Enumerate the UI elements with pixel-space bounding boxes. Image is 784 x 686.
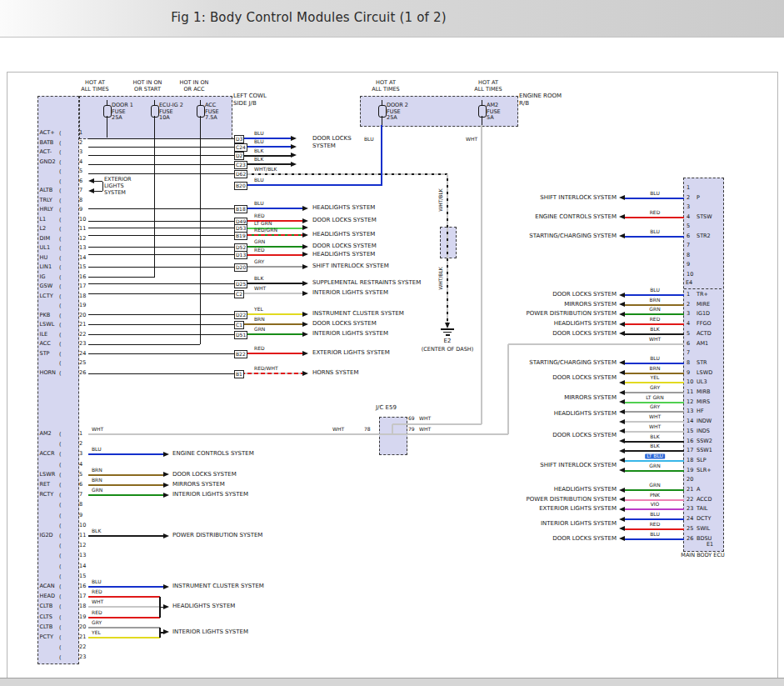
wire [234, 323, 302, 325]
wire-color-label: GRN [254, 239, 265, 245]
pin-number: 10 [687, 272, 693, 278]
pin-number: 79 [408, 427, 415, 433]
pin-number: 11 [79, 226, 86, 232]
wire-color-label: GRN [649, 308, 660, 313]
pin-name: MIRB [697, 389, 711, 395]
pin-number: 13 [79, 553, 86, 559]
left-ecu-box [37, 96, 79, 664]
pin-name: INDS [697, 428, 710, 434]
ecu-section-divider [684, 288, 722, 289]
wire [625, 402, 684, 403]
fuse-lead [200, 116, 201, 138]
connector-pin-id: D22 [234, 311, 247, 319]
pin-label: DIM [40, 236, 51, 242]
pin-bracket [59, 217, 62, 223]
ecu-name: MAIN BODY ECU [681, 553, 724, 558]
pin-number: 26 [79, 370, 86, 376]
system-label: DOOR LOCKS SYSTEM [312, 218, 377, 224]
pin-bracket [59, 603, 62, 610]
system-label: INTERIOR LIGHTS SYSTEM [312, 331, 388, 338]
pin-label: CLTB [40, 604, 53, 610]
pin-bracket [59, 351, 62, 358]
system-label: SUPPLEMENTAL RESTRAINTS SYSTEM [312, 280, 421, 287]
mesh-line [88, 324, 234, 325]
pin-label: IG [40, 274, 46, 280]
mesh-line [88, 138, 234, 139]
pin-number: 17 [687, 448, 693, 454]
mesh-line [88, 283, 234, 284]
pin-number: 7 [687, 351, 690, 357]
fuse-feed-line [88, 277, 154, 278]
system-label: STARTING/CHARGING SYSTEM [529, 360, 617, 367]
pin-number: 8 [687, 360, 690, 366]
wire [88, 627, 160, 628]
fuse-lead [107, 116, 107, 138]
system-label: HORNS SYSTEM [312, 370, 358, 377]
mesh-line [88, 373, 234, 374]
pin-bracket [59, 226, 62, 233]
wire [625, 528, 684, 530]
pin-number: 18 [79, 604, 86, 610]
wire-color-label: BLK [254, 148, 263, 154]
wire-color-label: RED [92, 610, 102, 616]
system-label: DOOR LOCKS SYSTEM [552, 375, 617, 382]
pin-bracket [59, 255, 62, 262]
wire-color-label: LT GRN [254, 221, 272, 227]
fuse-label: 7.5A [205, 115, 217, 121]
wire-color-label: BLU [364, 137, 374, 143]
wire-color-label: WHT [649, 415, 661, 421]
arrow-right [302, 206, 308, 211]
system-label: INTERIOR LIGHTS SYSTEM [541, 521, 617, 528]
mesh-line [88, 208, 234, 209]
pin-bracket [59, 293, 62, 300]
connector-pin-id: D2 [234, 152, 244, 160]
pin-number: 22 [79, 645, 86, 651]
fuse-symbol [151, 105, 159, 118]
connector-pin-id: B1 [234, 370, 244, 378]
system-label: ENGINE CONTROLS SYSTEM [535, 214, 617, 221]
pin-number: 13 [79, 245, 86, 251]
system-label: HEADLIGHTS SYSTEM [554, 487, 617, 493]
jc-label: J/C E59 [376, 405, 397, 412]
fuse-lead [154, 116, 155, 138]
pin-bracket [59, 198, 62, 204]
pin-bracket [59, 236, 62, 243]
wire-color-label: LT BLU [645, 453, 665, 459]
pin-number: 9 [687, 370, 690, 376]
pin-number: 6 [79, 482, 82, 488]
wire [625, 313, 684, 315]
pin-number: 10 [79, 523, 86, 528]
pin-number: 7 [687, 243, 690, 248]
pin-name: FFGO [697, 322, 712, 328]
arrow-right [302, 233, 308, 238]
wire-color-label: WHT/BLK [254, 167, 277, 173]
wire [88, 474, 163, 476]
arrow-right [163, 483, 169, 488]
pin-number: 19 [79, 303, 86, 308]
pin-bracket [59, 644, 62, 651]
pin-label: LCTY [40, 293, 53, 299]
pin-bracket [59, 341, 62, 348]
wire [625, 236, 684, 238]
pin-name: STR2 [697, 233, 711, 239]
wire-color-label: RED/GRN [254, 228, 277, 233]
pin-bracket [59, 441, 62, 448]
wire [234, 173, 447, 175]
fuse-symbol [478, 105, 487, 118]
wire [625, 518, 684, 520]
wire-color-label: RED [650, 318, 661, 323]
pin-bracket [59, 332, 62, 338]
connector-pin-id: C24 [234, 143, 247, 152]
pin-number: 23 [687, 507, 693, 513]
system-label: HEADLIGHTS SYSTEM [554, 321, 617, 328]
pin-number: 3 [79, 149, 82, 155]
system-label: DOOR LOCKS SYSTEM [552, 536, 617, 543]
pin-label: HRLY [40, 207, 53, 213]
system-label: MIRRORS SYSTEM [172, 482, 225, 488]
wire [88, 586, 163, 588]
pin-number: 8 [687, 253, 690, 258]
system-label: INTERIOR LIGHTS SYSTEM [312, 290, 388, 297]
pin-number: 4 [687, 322, 690, 328]
wire-color-label: YEL [651, 376, 660, 382]
wire [625, 217, 684, 218]
